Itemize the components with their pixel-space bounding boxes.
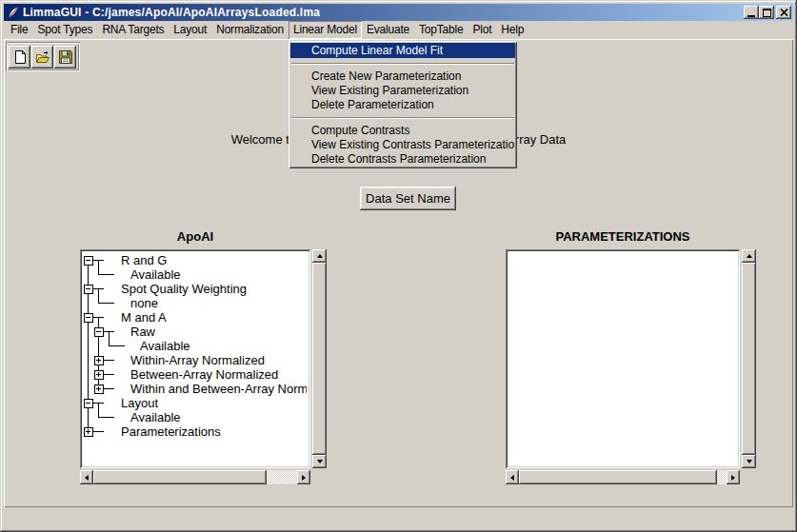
scroll-right-button[interactable] [297, 470, 310, 484]
new-file-icon [12, 49, 28, 65]
tree-item-label[interactable]: Between-Array Normalized [130, 367, 278, 382]
maximize-button[interactable] [759, 6, 774, 19]
data-set-name-button[interactable]: Data Set Name [360, 187, 456, 210]
menu-separator [291, 63, 514, 65]
arrow-left-icon [85, 475, 89, 481]
dataset-tree-listbox[interactable]: R and GAvailableSpot Quality Weightingno… [80, 249, 310, 468]
menu-linear-model[interactable]: Linear Model [289, 21, 362, 39]
tree-item-label[interactable]: M and A [121, 310, 167, 325]
tree-item-label[interactable]: Available [140, 339, 190, 353]
open-file-button[interactable] [31, 46, 53, 69]
tree-item-label[interactable]: Available [130, 410, 181, 424]
menu-item-delete-parameterization[interactable]: Delete Parameterization [290, 98, 515, 112]
left-tree-horizontal-scrollbar [80, 470, 310, 484]
menu-separator [291, 117, 514, 119]
menu-item-view-existing-contrasts-parameterization[interactable]: View Existing Contrasts Parameterization [290, 138, 515, 152]
scrollbar-thumb[interactable] [93, 470, 267, 484]
parameterizations-listbox[interactable] [506, 249, 740, 468]
scrollbar-track[interactable] [717, 470, 727, 484]
menu-bar: FileSpot TypesRNA TargetsLayoutNormaliza… [4, 21, 793, 39]
tree-item-label[interactable]: Parameterizations [121, 424, 221, 439]
new-file-button[interactable] [9, 46, 30, 69]
arrow-right-icon [731, 475, 735, 481]
scroll-down-button[interactable] [742, 455, 756, 468]
title-bar[interactable]: LimmaGUI - C:/james/ApoAI/ApoAIArraysLoa… [4, 4, 793, 21]
arrow-right-icon [302, 475, 306, 481]
scroll-left-button[interactable] [506, 470, 519, 484]
right-panel-title: PARAMETERIZATIONS [506, 229, 740, 245]
menu-evaluate[interactable]: Evaluate [362, 21, 414, 39]
scroll-down-button[interactable] [312, 455, 327, 468]
arrow-up-icon [317, 254, 323, 258]
scroll-up-button[interactable] [312, 249, 327, 263]
tree-item-label[interactable]: Layout [121, 396, 158, 410]
minimize-button[interactable] [744, 6, 759, 19]
menu-item-view-existing-parameterization[interactable]: View Existing Parameterization [290, 84, 515, 98]
arrow-down-icon [317, 460, 323, 463]
arrow-down-icon [747, 460, 752, 463]
scrollbar-thumb[interactable] [312, 263, 327, 455]
toolbar [6, 42, 80, 71]
maximize-icon [763, 9, 771, 17]
menu-plot[interactable]: Plot [468, 21, 496, 39]
app-window: LimmaGUI - C:/james/ApoAI/ApoAIArraysLoa… [0, 0, 797, 532]
menu-layout[interactable]: Layout [169, 21, 211, 39]
open-file-icon [35, 49, 50, 65]
tree-item-label[interactable]: none [130, 296, 158, 310]
window-title: LimmaGUI - C:/james/ApoAI/ApoAIArraysLoa… [23, 6, 744, 19]
save-file-icon [58, 49, 73, 65]
right-list-vertical-scrollbar [742, 249, 756, 468]
menu-spot-types[interactable]: Spot Types [33, 21, 98, 39]
menu-file[interactable]: File [6, 21, 33, 39]
arrow-left-icon [510, 475, 514, 481]
scrollbar-thumb[interactable] [519, 470, 717, 484]
scroll-left-button[interactable] [80, 470, 93, 484]
menu-item-create-new-parameterization[interactable]: Create New Parameterization [290, 69, 515, 84]
tree-item-label[interactable]: Spot Quality Weighting [121, 282, 247, 296]
arrow-up-icon [747, 254, 752, 258]
tk-feather-icon [7, 6, 20, 19]
dataset-tree: R and GAvailableSpot Quality Weightingno… [82, 251, 307, 466]
menu-normalization[interactable]: Normalization [211, 21, 289, 39]
tree-item-label[interactable]: Within-Array Normalized [130, 353, 265, 367]
tree-item-label[interactable]: Within and Between-Array Normalized [130, 382, 307, 396]
right-list-horizontal-scrollbar [506, 470, 740, 484]
menu-toptable[interactable]: TopTable [414, 21, 468, 39]
save-file-button[interactable] [54, 46, 76, 69]
menu-rna-targets[interactable]: RNA Targets [97, 21, 169, 39]
scroll-right-button[interactable] [727, 470, 740, 484]
menu-help[interactable]: Help [496, 21, 528, 39]
window-controls [744, 6, 791, 19]
left-tree-vertical-scrollbar [312, 249, 327, 468]
menu-item-delete-contrasts-parameterization[interactable]: Delete Contrasts Parameterization [290, 152, 515, 167]
menu-item-compute-linear-model-fit[interactable]: Compute Linear Model Fit [290, 43, 515, 58]
close-icon [780, 9, 788, 16]
linear-model-menu: Compute Linear Model FitCreate New Param… [289, 41, 517, 168]
minimize-icon [747, 15, 755, 17]
left-panel-title: ApoAI [80, 229, 310, 245]
tree-item-label[interactable]: Available [130, 267, 181, 282]
tree-item-label[interactable]: Raw [130, 325, 156, 339]
scrollbar-thumb[interactable] [742, 263, 756, 455]
menu-item-compute-contrasts[interactable]: Compute Contrasts [290, 124, 515, 138]
scroll-up-button[interactable] [742, 249, 756, 263]
close-button[interactable] [776, 6, 791, 19]
tree-item-label[interactable]: R and G [121, 253, 167, 267]
scrollbar-track[interactable] [267, 470, 297, 484]
